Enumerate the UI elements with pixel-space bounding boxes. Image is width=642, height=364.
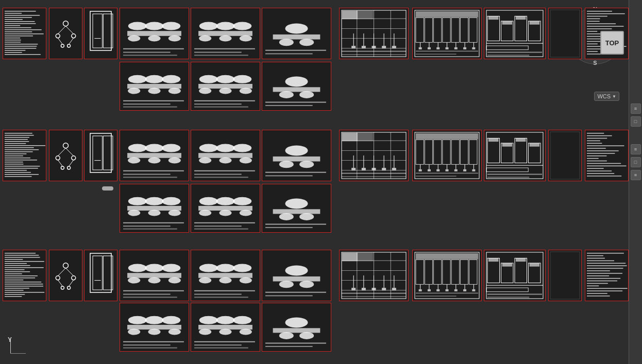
svg-rect-91 <box>469 18 477 42</box>
svg-rect-13 <box>5 38 20 39</box>
drawing-card-r1c9[interactable] <box>484 8 546 59</box>
svg-rect-443 <box>515 258 527 283</box>
drawing-card-r1c1[interactable] <box>3 8 46 59</box>
drawing-card-r3bc2[interactable] <box>191 303 260 352</box>
svg-point-23 <box>56 34 60 38</box>
drawing-card-r2c9[interactable] <box>484 130 546 181</box>
svg-line-196 <box>69 160 74 166</box>
svg-rect-111 <box>515 16 527 41</box>
svg-line-193 <box>58 148 65 156</box>
toolbar-btn-2[interactable]: □ <box>631 116 641 127</box>
drawing-card-r2bc2[interactable] <box>191 184 260 233</box>
svg-point-372 <box>148 278 161 284</box>
drawing-card-r2c2[interactable] <box>49 130 82 181</box>
drawing-card-r3c7[interactable] <box>339 250 409 301</box>
svg-rect-347 <box>5 284 43 285</box>
svg-rect-468 <box>587 288 628 289</box>
drawing-card-r3bc3[interactable] <box>262 303 331 352</box>
svg-point-201 <box>128 144 147 152</box>
drawing-card-r1c7[interactable] <box>339 8 409 59</box>
drawing-card-r2c4[interactable] <box>120 130 189 181</box>
svg-point-47 <box>233 22 251 30</box>
wcs-button[interactable]: WCS ▼ <box>594 92 619 101</box>
svg-rect-32 <box>93 14 102 48</box>
drawing-card-r1c6[interactable] <box>262 8 331 59</box>
svg-rect-128 <box>587 26 624 27</box>
drawing-card-r1c5[interactable] <box>191 8 260 59</box>
drawing-card-r2c10[interactable] <box>548 130 582 181</box>
svg-point-37 <box>162 22 180 30</box>
drawing-card-r3c6[interactable] <box>262 250 331 301</box>
svg-rect-252 <box>425 140 432 164</box>
svg-point-495 <box>299 332 314 339</box>
svg-point-318 <box>233 197 251 205</box>
drawing-card-r3c2[interactable] <box>49 250 82 301</box>
drawing-card-r1bc1[interactable] <box>120 62 189 111</box>
drawing-card-r3c8[interactable] <box>412 250 482 301</box>
svg-line-360 <box>66 268 74 276</box>
drawing-card-r3bc1[interactable] <box>120 303 189 352</box>
toolbar-btn-3[interactable]: ≡ <box>631 144 641 154</box>
toolbar-btn-4[interactable]: □ <box>631 157 641 167</box>
drawing-card-r1c4[interactable] <box>120 8 189 59</box>
wcs-label: WCS <box>597 93 611 99</box>
svg-rect-257 <box>469 140 477 164</box>
wcs-dropdown-icon[interactable]: ▼ <box>612 94 616 99</box>
drawing-card-r2c6[interactable] <box>262 130 331 181</box>
drawing-card-r2bc1[interactable] <box>120 184 189 233</box>
card-inner-r1c5 <box>191 8 260 59</box>
drawing-card-r2c8[interactable] <box>412 130 482 181</box>
svg-point-155 <box>219 88 232 94</box>
svg-rect-305 <box>587 176 621 177</box>
svg-rect-127 <box>587 23 616 24</box>
svg-point-36 <box>145 22 164 30</box>
svg-rect-19 <box>5 50 25 51</box>
drawing-card-r1bc2[interactable] <box>191 62 260 111</box>
svg-rect-269 <box>463 169 466 171</box>
y-axis-label: Y <box>8 336 12 343</box>
drawing-card-r3c3[interactable] <box>84 250 117 301</box>
svg-point-24 <box>72 34 76 38</box>
svg-rect-116 <box>530 21 540 25</box>
drawing-card-r1c10[interactable] <box>548 8 582 59</box>
svg-rect-6 <box>5 23 36 24</box>
drawing-card-r2c7[interactable] <box>339 130 409 181</box>
drawing-card-r2bc3[interactable] <box>262 184 331 233</box>
drawing-card-r1c8[interactable] <box>412 8 482 59</box>
svg-rect-149 <box>123 107 177 108</box>
svg-rect-238 <box>351 168 356 170</box>
drawing-card-r2c3[interactable] <box>84 130 117 181</box>
drawing-card-r3c9[interactable] <box>484 250 546 301</box>
card-inner-r1c10 <box>549 8 581 59</box>
card-inner-r1c9 <box>484 8 545 59</box>
toolbar-btn-1[interactable]: ≡ <box>631 103 641 114</box>
drawing-card-r2c11[interactable] <box>585 130 629 181</box>
svg-rect-250 <box>416 133 478 140</box>
drawing-card-r2c1[interactable] <box>3 130 46 181</box>
svg-point-40 <box>148 36 161 42</box>
drawing-card-r1bc3[interactable] <box>262 62 331 111</box>
svg-rect-340 <box>5 269 25 270</box>
svg-rect-138 <box>587 51 598 52</box>
svg-rect-374 <box>123 290 184 291</box>
drawing-card-r2c5[interactable] <box>191 130 260 181</box>
drawing-card-r3c5[interactable] <box>191 250 260 301</box>
svg-point-224 <box>299 161 314 168</box>
drawing-card-r1c3[interactable] <box>84 8 117 59</box>
drawing-card-r3c4[interactable] <box>120 250 189 301</box>
svg-point-25 <box>61 44 64 47</box>
svg-point-145 <box>148 88 161 94</box>
svg-point-306 <box>128 197 147 205</box>
svg-rect-115 <box>516 16 526 20</box>
svg-rect-438 <box>416 293 478 294</box>
drawing-card-r3c11[interactable] <box>585 250 629 301</box>
svg-rect-99 <box>446 47 449 49</box>
toolbar-btn-5[interactable]: ≡ <box>631 170 641 180</box>
svg-rect-10 <box>5 31 32 32</box>
drawing-card-r3c10[interactable] <box>548 250 582 301</box>
svg-point-22 <box>63 21 69 26</box>
svg-rect-417 <box>416 259 424 284</box>
drawing-card-r1c2[interactable] <box>49 8 82 59</box>
top-view-button[interactable]: TOP <box>600 31 624 55</box>
drawing-card-r3c1[interactable] <box>3 250 46 301</box>
